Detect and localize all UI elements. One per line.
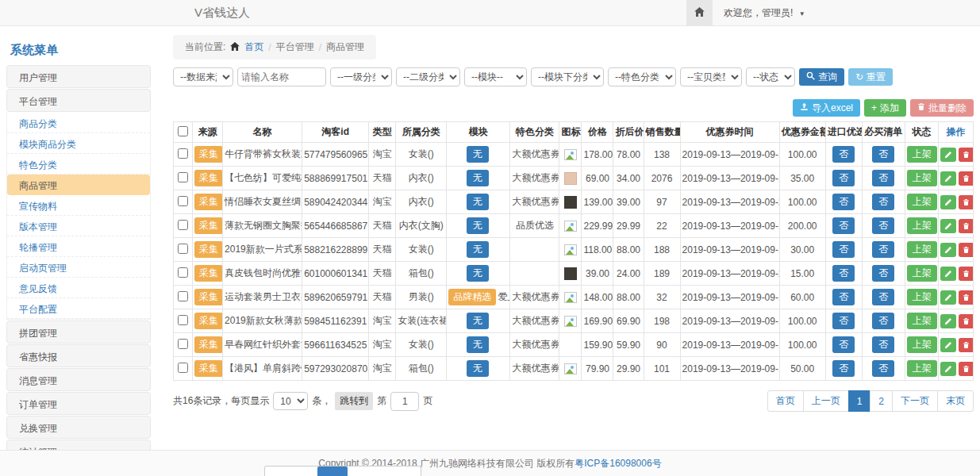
row-checkbox[interactable] bbox=[178, 315, 188, 325]
breadcrumb-home-link[interactable]: 首页 bbox=[244, 40, 263, 54]
data-source-select[interactable]: --数据来源-- bbox=[173, 67, 233, 86]
status-badge[interactable]: 上架 bbox=[907, 336, 937, 353]
sidebar-item-promo-material[interactable]: 宣传物料 bbox=[7, 195, 150, 216]
sidebar-item-order-mgmt[interactable]: 订单管理 bbox=[6, 392, 151, 415]
delete-button[interactable] bbox=[959, 362, 974, 376]
module-select[interactable]: --模块-- bbox=[464, 67, 527, 86]
module-badge[interactable]: 无 bbox=[467, 265, 489, 282]
row-checkbox[interactable] bbox=[178, 148, 188, 159]
delete-button[interactable] bbox=[959, 195, 974, 209]
sidebar-item-exchange-mgmt[interactable]: 兑换管理 bbox=[6, 416, 151, 439]
must-buy-toggle[interactable]: 否 bbox=[872, 146, 894, 163]
delete-button[interactable] bbox=[959, 243, 974, 257]
must-buy-toggle[interactable]: 否 bbox=[872, 265, 894, 282]
pager-last[interactable]: 末页 bbox=[937, 390, 974, 412]
edit-button[interactable] bbox=[940, 148, 956, 162]
row-checkbox[interactable] bbox=[178, 196, 188, 206]
delete-button[interactable] bbox=[959, 171, 974, 186]
module-badge[interactable]: 无 bbox=[467, 217, 489, 234]
row-checkbox[interactable] bbox=[178, 220, 188, 230]
import-select-toggle[interactable]: 否 bbox=[832, 289, 855, 305]
item-type-select[interactable]: --宝贝类型-- bbox=[680, 67, 742, 86]
pager-first[interactable]: 首页 bbox=[767, 390, 804, 412]
module-badge[interactable]: 无 bbox=[467, 336, 489, 353]
status-badge[interactable]: 上架 bbox=[907, 217, 937, 234]
status-badge[interactable]: 上架 bbox=[907, 146, 937, 163]
status-badge[interactable]: 上架 bbox=[907, 265, 937, 282]
row-checkbox[interactable] bbox=[178, 291, 188, 301]
sidebar-item-carousel-mgmt[interactable]: 轮播管理 bbox=[7, 236, 150, 257]
search-button[interactable]: 查询 bbox=[799, 68, 844, 86]
import-select-toggle[interactable]: 否 bbox=[832, 146, 855, 163]
must-buy-toggle[interactable]: 否 bbox=[872, 241, 894, 258]
module-subcategory-select[interactable]: --模块下分类-- bbox=[531, 67, 604, 86]
status-badge[interactable]: 上架 bbox=[907, 194, 937, 210]
module-badge[interactable]: 无 bbox=[467, 170, 489, 186]
edit-button[interactable] bbox=[940, 243, 956, 257]
import-select-toggle[interactable]: 否 bbox=[832, 313, 855, 329]
sidebar-item-module-product-category[interactable]: 模块商品分类 bbox=[7, 133, 150, 154]
status-badge[interactable]: 上架 bbox=[907, 170, 937, 186]
level2-category-select[interactable]: --二级分类-- bbox=[396, 67, 460, 86]
module-badge[interactable]: 无 bbox=[467, 360, 489, 377]
import-select-toggle[interactable]: 否 bbox=[832, 170, 855, 186]
module-badge[interactable]: 无 bbox=[467, 313, 489, 329]
module-badge[interactable]: 无 bbox=[467, 146, 489, 163]
edit-button[interactable] bbox=[940, 314, 956, 328]
level1-category-select[interactable]: --一级分类-- bbox=[330, 67, 392, 86]
edit-button[interactable] bbox=[940, 267, 956, 281]
home-button[interactable] bbox=[686, 0, 713, 25]
sidebar-item-user-mgmt[interactable]: 用户管理 bbox=[6, 65, 151, 88]
pager-next[interactable]: 下一页 bbox=[892, 390, 938, 412]
must-buy-toggle[interactable]: 否 bbox=[872, 289, 894, 305]
status-select[interactable]: --状态-- bbox=[746, 67, 795, 86]
import-select-toggle[interactable]: 否 bbox=[832, 360, 855, 377]
edit-button[interactable] bbox=[940, 362, 956, 376]
row-checkbox[interactable] bbox=[178, 172, 188, 182]
sidebar-item-message-mgmt[interactable]: 消息管理 bbox=[6, 368, 151, 391]
pager-page-1[interactable]: 1 bbox=[848, 390, 871, 412]
status-badge[interactable]: 上架 bbox=[907, 360, 937, 377]
row-checkbox[interactable] bbox=[178, 363, 188, 373]
row-checkbox[interactable] bbox=[178, 339, 188, 349]
module-badge[interactable]: 品牌精选 bbox=[448, 289, 496, 305]
jump-button[interactable]: 跳转到 bbox=[335, 392, 373, 410]
reset-button[interactable]: ↻ 重置 bbox=[848, 68, 893, 86]
sidebar-item-platform-config[interactable]: 平台配置 bbox=[7, 298, 150, 319]
icp-link[interactable]: 粤ICP备16098006号 bbox=[575, 457, 661, 470]
must-buy-toggle[interactable]: 否 bbox=[872, 313, 894, 329]
import-select-toggle[interactable]: 否 bbox=[832, 194, 855, 210]
row-checkbox[interactable] bbox=[178, 244, 188, 254]
sidebar-item-product-mgmt[interactable]: 商品管理 bbox=[7, 175, 150, 195]
must-buy-toggle[interactable]: 否 bbox=[872, 360, 894, 377]
delete-button[interactable] bbox=[959, 267, 974, 281]
edit-button[interactable] bbox=[940, 171, 956, 186]
sidebar-item-feedback[interactable]: 意见反馈 bbox=[7, 278, 150, 298]
sidebar-item-express-news[interactable]: 省惠快报 bbox=[6, 344, 151, 367]
sidebar-item-platform-mgmt[interactable]: 平台管理 bbox=[6, 89, 151, 112]
sidebar-item-product-category[interactable]: 商品分类 bbox=[7, 113, 150, 133]
select-all-checkbox[interactable] bbox=[178, 126, 188, 136]
sidebar-item-version-mgmt[interactable]: 版本管理 bbox=[7, 216, 150, 236]
batch-delete-button[interactable]: 批量删除 bbox=[910, 99, 974, 117]
name-search-input[interactable] bbox=[237, 67, 326, 86]
edit-button[interactable] bbox=[940, 338, 956, 352]
module-badge[interactable]: 无 bbox=[467, 194, 489, 210]
add-button[interactable]: + 添加 bbox=[864, 99, 906, 117]
per-page-select[interactable]: 10 bbox=[273, 392, 308, 410]
sidebar-item-feature-category[interactable]: 特色分类 bbox=[7, 154, 150, 175]
delete-button[interactable] bbox=[959, 338, 974, 352]
row-checkbox[interactable] bbox=[178, 267, 188, 278]
import-excel-button[interactable]: 导入excel bbox=[793, 99, 860, 117]
pager-page-2[interactable]: 2 bbox=[870, 390, 893, 412]
must-buy-toggle[interactable]: 否 bbox=[872, 194, 894, 210]
edit-button[interactable] bbox=[940, 219, 956, 233]
import-select-toggle[interactable]: 否 bbox=[832, 265, 855, 282]
module-badge[interactable]: 无 bbox=[467, 241, 489, 258]
import-select-toggle[interactable]: 否 bbox=[832, 241, 855, 258]
delete-button[interactable] bbox=[959, 290, 974, 305]
status-badge[interactable]: 上架 bbox=[907, 289, 937, 305]
feature-category-select[interactable]: --特色分类-- bbox=[608, 67, 676, 86]
edit-button[interactable] bbox=[940, 290, 956, 305]
import-select-toggle[interactable]: 否 bbox=[832, 336, 855, 353]
